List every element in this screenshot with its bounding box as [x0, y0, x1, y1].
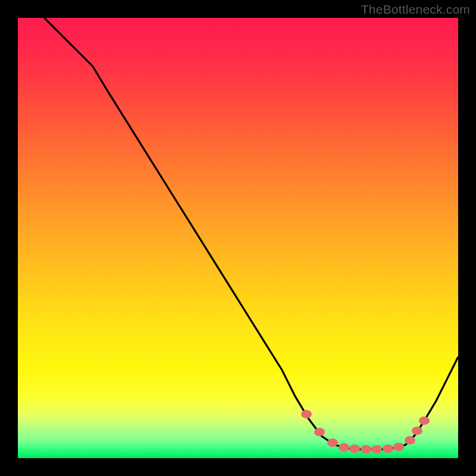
chart-marker	[349, 444, 360, 453]
chart-marker	[393, 443, 404, 451]
chart-marker	[419, 416, 430, 425]
chart-marker	[405, 436, 415, 444]
chart-marker	[327, 439, 338, 447]
chart-plot-area	[18, 18, 458, 458]
watermark-text: TheBottleneck.com	[361, 2, 470, 17]
chart-marker	[301, 410, 312, 418]
chart-marker	[361, 445, 371, 453]
chart-frame: TheBottleneck.com	[0, 0, 476, 476]
chart-marker	[314, 428, 325, 436]
chart-marker	[412, 427, 422, 435]
chart-marker	[383, 444, 393, 453]
chart-marker	[371, 445, 382, 453]
chart-marker	[339, 443, 349, 452]
